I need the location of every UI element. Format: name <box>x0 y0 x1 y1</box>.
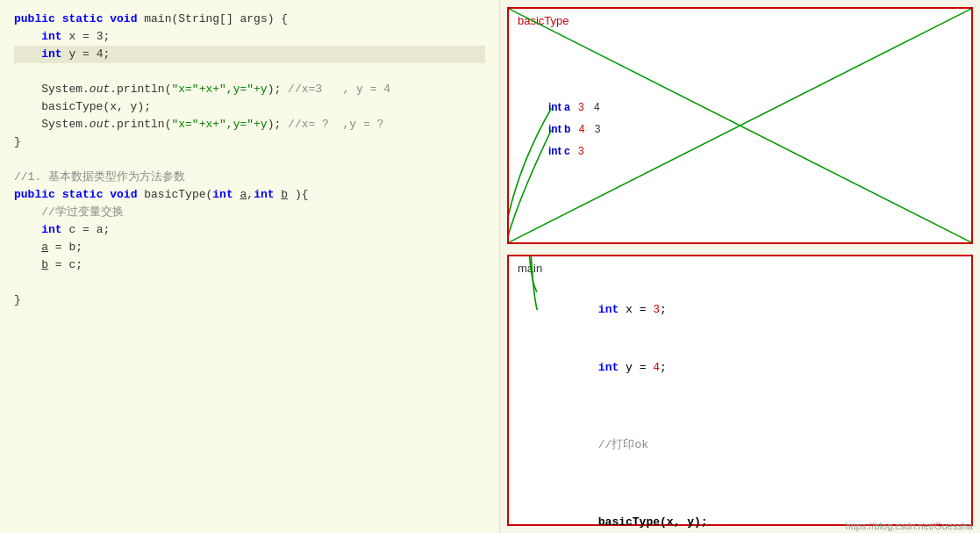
code-line-12: //学过变量交换 <box>14 204 485 221</box>
code-line-5: System.out.println("x="+x+",y="+y); //x=… <box>14 81 485 98</box>
code-line-15: b = c; <box>14 256 485 274</box>
basic-type-box: basicType int a 3 4 int b 4 3 int c 3 <box>507 7 973 244</box>
code-line-1: public static void main(String[] args) { <box>14 11 485 28</box>
code-line-10: //1. 基本数据类型作为方法参数 <box>14 169 485 186</box>
bc-line-5 <box>523 474 838 493</box>
var-c-label: int c 3 <box>548 145 584 157</box>
main-label: main <box>518 262 542 275</box>
code-line-14: a = b; <box>14 239 485 256</box>
main-code-block: int x = 3; int y = 4; //打印ok basicType(x… <box>523 281 838 533</box>
bc-line-6: basicType(x, y); <box>523 493 838 533</box>
code-empty-3 <box>14 274 485 292</box>
code-line-13: int c = a; <box>14 221 485 239</box>
code-empty-1 <box>14 63 485 81</box>
code-line-6: basicType(x, y); <box>14 98 485 116</box>
left-code-panel: public static void main(String[] args) {… <box>0 0 500 533</box>
code-line-11: public static void basicType(int a,int b… <box>14 186 485 204</box>
bc-line-1: int x = 3; <box>523 281 838 339</box>
code-line-2: int x = 3; <box>14 28 485 46</box>
code-line-3: int y = 4; <box>14 46 485 63</box>
basic-type-label: basicType <box>518 14 569 27</box>
bc-line-3 <box>523 397 838 416</box>
code-line-8: } <box>14 133 485 151</box>
watermark: https://blog.csdn.net/Guessha <box>845 521 973 531</box>
code-line-7: System.out.println("x="+x+",y="+y); //x=… <box>14 116 485 133</box>
main-box: main int x = 3; int y = 4; //打印ok basicT… <box>507 255 973 526</box>
var-a-label: int a 3 4 <box>548 101 600 113</box>
code-line-17: } <box>14 292 485 309</box>
bc-line-4: //打印ok <box>523 416 838 474</box>
code-empty-2 <box>14 151 485 169</box>
bc-line-2: int y = 4; <box>523 339 838 397</box>
right-diagram-panel: basicType int a 3 4 int b 4 3 int c 3 <box>500 0 980 533</box>
var-b-label: int b 4 3 <box>548 123 600 135</box>
